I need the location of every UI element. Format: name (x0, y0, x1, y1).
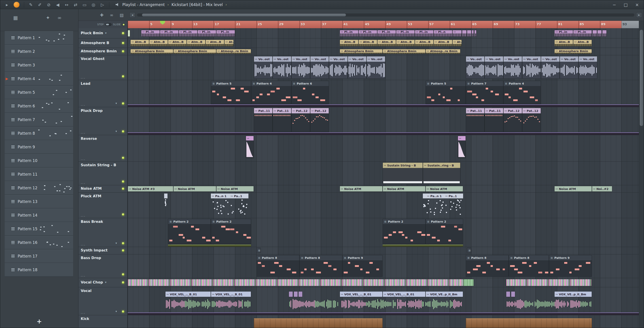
track-lane-atmosphere-bmin[interactable]: ↦Atmosphere Bmin↦Atmosphere Bmin↦Atmosp.… (128, 48, 639, 55)
track-options[interactable]: ... (81, 157, 86, 161)
track-header-atmosphere-b[interactable]: Atmosphere B (78, 39, 128, 48)
pattern-item[interactable]: Pattern 11 (5, 168, 73, 181)
noise-clip[interactable]: ↦Noise ATM (382, 186, 426, 192)
tiny-clip[interactable]: ≡ (467, 248, 471, 253)
midi-clip[interactable]: ≡Pattern 8 (509, 255, 549, 277)
vocal-clip[interactable]: ↦VOX_VEL_.._B_01 (340, 291, 382, 297)
maximize-button[interactable]: □ (624, 2, 628, 7)
vwave-clip[interactable] (340, 299, 463, 310)
atmo-clip[interactable]: ↦Atm..B (573, 40, 592, 47)
pattern-item[interactable]: ▶Pattern 4 (5, 72, 73, 86)
vocal-clip[interactable]: ↦VOX_VEL_.._B_01 (165, 291, 211, 297)
olive-clip[interactable] (382, 245, 463, 247)
ghost-clip[interactable]: ↦Vo..ost (291, 56, 310, 79)
vwave-clip[interactable] (165, 299, 251, 310)
pluck-clip[interactable] (472, 30, 474, 37)
atmo-clip[interactable]: ↦Atm..B (206, 40, 224, 47)
track-options[interactable]: ... (81, 310, 86, 314)
audio-tab-icon[interactable]: ✦ (46, 15, 50, 21)
vertical-scrollbar-thumb[interactable] (640, 30, 643, 126)
kick-clip[interactable] (466, 318, 592, 328)
delete-tool-icon[interactable]: ⊘ (44, 2, 53, 7)
tiny-clip[interactable]: ≡ (256, 248, 261, 253)
noise-clip[interactable]: ↦Noise ATM (554, 186, 592, 192)
mute-led[interactable] (122, 50, 124, 53)
vocal-clip[interactable]: ↦VOX_VE..p_it_Bm (426, 291, 463, 297)
ghost-clip[interactable]: ↦Vo..ost (541, 56, 560, 79)
track-lane-noise-atm[interactable]: ↦Noise ATM #3↦Noise ATM↦Noise ATM↦Noise … (128, 185, 639, 192)
patm-clip[interactable]: ↦Pa..n 1 (211, 194, 230, 216)
track-header-lead[interactable]: Lead...▾ (78, 80, 128, 107)
mute-led[interactable] (122, 310, 124, 313)
track-header-noise-atm[interactable]: Noise ATM (78, 185, 128, 192)
midi-clip[interactable]: ≡Pattern 4 (503, 81, 541, 104)
midi-clip[interactable]: ≡Pattern 5 (426, 81, 466, 104)
chop-clip[interactable] (128, 279, 463, 286)
vtiny-clip[interactable] (298, 291, 302, 297)
step-toggle[interactable] (105, 23, 112, 26)
atmo-clip[interactable]: ↦Atm..B (377, 40, 396, 47)
vertical-scrollbar[interactable] (639, 21, 644, 328)
pluck-clip[interactable]: ↦Pl..in (216, 30, 235, 37)
noise-clip[interactable]: ↦Noise ATM (216, 186, 254, 192)
ghost-clip[interactable]: ↦Vo..ost (503, 56, 522, 79)
pattern-item[interactable]: Pattern 3 (5, 58, 73, 72)
scroll-right-button[interactable]: ▸ (636, 12, 642, 18)
droparch-clip[interactable]: ↦Pat..12 (503, 108, 522, 132)
mute-led[interactable] (122, 102, 124, 105)
midi-clip[interactable]: ≡Pattern 7 (466, 81, 503, 104)
track-header-bass-drop[interactable]: Bass Drop... (78, 254, 128, 278)
pattern-item[interactable]: Pattern 18 (5, 263, 73, 277)
noise-clip[interactable]: ↦Noise ATM #3 (128, 186, 173, 192)
patm-clip[interactable] (164, 194, 167, 209)
mute-led[interactable] (122, 273, 124, 276)
chevron-down-icon[interactable]: ▾ (105, 280, 106, 284)
pluck-clip[interactable]: ↦Pl..in (141, 30, 160, 37)
track-header-vocal[interactable]: Vocal...▾ (78, 287, 128, 315)
noise-clip[interactable]: ↦Noise ATM (173, 186, 216, 192)
mute-led[interactable] (122, 130, 124, 133)
pluck-clip[interactable] (474, 30, 476, 37)
timeline-ruler[interactable]: 5913172125293337414549535761656973778185… (128, 21, 639, 28)
view-icon[interactable]: ▤ (120, 13, 124, 18)
paint-tool-icon[interactable]: ✐ (35, 2, 44, 7)
kick-clip[interactable] (254, 318, 382, 328)
pattern-item[interactable]: Pattern 9 (5, 140, 73, 154)
mute-led[interactable] (122, 180, 124, 183)
reverse-clip[interactable]: ↦ (458, 136, 466, 158)
sustain-clip[interactable]: ↦Sustain..ring - B (423, 162, 460, 184)
midi-clip[interactable]: ≡Pattern 9 (549, 255, 592, 277)
noise-clip[interactable]: ↦Noise ATM (340, 186, 382, 192)
track-lane-sustain-string-b[interactable]: ↦Sustain String - B↦Sustain..ring - B (128, 162, 639, 185)
atmo-clip[interactable]: ↦At..B (224, 40, 234, 47)
vtiny-clip[interactable] (511, 291, 515, 297)
droparch-clip[interactable]: ↦Pat..12 (291, 108, 310, 132)
track-lane-kick[interactable] (128, 315, 639, 328)
vtiny-clip[interactable] (289, 291, 293, 297)
mute-led[interactable] (122, 242, 124, 245)
track-header-vocal-chop[interactable]: Vocal Chop▾ (78, 278, 128, 287)
pattern-item[interactable]: Pattern 5 (5, 86, 73, 99)
atmo-clip[interactable]: ↦Atmosphere Bmin (554, 49, 592, 54)
atmo-clip[interactable]: ↦Atm..B (396, 40, 415, 47)
mute-led[interactable] (122, 281, 124, 284)
midi-clip[interactable]: ≡Pattern 8 (300, 255, 342, 277)
patm-clip[interactable]: ↦Pa..n 1 (426, 194, 444, 216)
ghost-clip[interactable]: ↦Vo..ost (578, 56, 597, 79)
vocal-clip[interactable]: ↦VOX_VE..p_it_Bm (554, 291, 592, 297)
chevron-down-icon[interactable]: ▾ (116, 241, 117, 245)
track-options[interactable]: ... (81, 102, 86, 107)
patterns-tab-icon[interactable]: ▦ (13, 15, 18, 21)
track-lane-lead[interactable]: ≡Pattern 5≡Pattern 4≡Pattern 6≡Pattern 5… (128, 80, 639, 107)
vtiny-clip[interactable] (506, 291, 510, 297)
fl-logo-icon[interactable] (14, 2, 20, 8)
track-lane-synth-impact[interactable]: ≡≡ (128, 247, 639, 254)
speaker-icon[interactable] (116, 3, 120, 7)
pluck-clip[interactable]: ↦ (452, 30, 462, 37)
mute-led[interactable] (122, 42, 124, 45)
pluck-clip[interactable] (597, 30, 602, 37)
track-header-kick[interactable]: Kick (78, 315, 128, 328)
pluck-clip[interactable]: ↦Pl..in (358, 30, 377, 37)
atmo-clip[interactable]: ↦Atmosp..re Bmin (216, 49, 251, 54)
midi-clip[interactable]: ≡Pattern 8 (256, 255, 300, 277)
